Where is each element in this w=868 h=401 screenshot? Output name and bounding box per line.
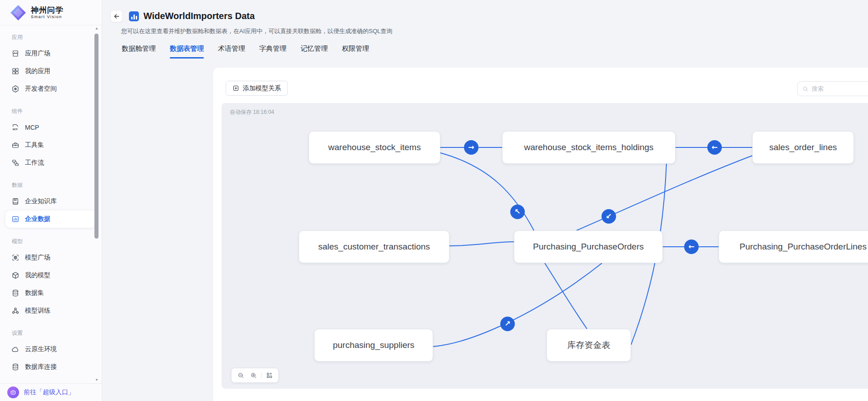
layout-grid-plus-icon <box>266 372 273 379</box>
sidebar-item-label: 工具集 <box>25 141 44 149</box>
plus-square-icon <box>232 85 239 92</box>
cloud-icon <box>11 345 20 353</box>
database-icon <box>11 289 20 297</box>
scan-cube-icon <box>11 254 20 262</box>
zoom-out-button[interactable] <box>234 368 247 382</box>
sidebar-item-scan-cube[interactable]: 模型广场 <box>5 249 96 266</box>
page-header: WideWorldImporters Data 您可以在这里查看并维护数据舱和数… <box>102 0 868 59</box>
sidebar-item-label: 模型训练 <box>25 307 50 315</box>
edge-ppo-kczj[interactable] <box>545 263 587 329</box>
sidebar-item-label: 工作流 <box>25 159 44 167</box>
grid-icon <box>11 67 20 75</box>
sidebar-item-label: 开发者空间 <box>25 85 57 93</box>
tab-1[interactable]: 数据舱管理 <box>122 44 156 59</box>
nav-section-label: 应用 <box>12 34 96 41</box>
search-box[interactable] <box>797 81 868 96</box>
table-node-sol[interactable]: sales_order_lines <box>752 131 854 164</box>
auto-layout-button[interactable] <box>263 368 276 382</box>
table-node-ps[interactable]: purchasing_suppliers <box>314 329 433 362</box>
tab-5[interactable]: 记忆管理 <box>301 44 328 59</box>
tab-3[interactable]: 术语管理 <box>218 44 245 59</box>
sidebar-scrollbar[interactable]: ▲ ▼ <box>94 25 100 383</box>
assistant-robot-icon <box>7 386 19 398</box>
sidebar-item-mcp-file[interactable]: MCPMCP <box>5 119 96 136</box>
search-input[interactable] <box>812 85 868 92</box>
store-icon <box>11 49 20 58</box>
sidebar-item-database[interactable]: 数据集 <box>5 284 96 302</box>
back-button[interactable] <box>110 10 123 22</box>
controls-divider <box>261 372 261 379</box>
sidebar-item-molecule[interactable]: 模型训练 <box>5 302 96 319</box>
sidebar-item-workflow[interactable]: 工作流 <box>5 154 96 171</box>
sidebar-item-label: 企业数据 <box>25 215 50 223</box>
relation-marker-arrow-left[interactable]: ← <box>684 240 699 254</box>
edge-wsi-ppo[interactable] <box>440 153 534 230</box>
svg-text:MCP: MCP <box>13 128 18 131</box>
zoom-out-icon <box>237 372 244 379</box>
relation-marker-arrow-left[interactable]: ← <box>707 140 722 155</box>
add-model-relation-button[interactable]: 添加模型关系 <box>226 81 288 96</box>
nav-section-label: 设置 <box>12 329 96 337</box>
content-card: 添加模型关系 列表画布 自动保存 18:16:04 <box>213 68 868 401</box>
canvas-toolbar: 添加模型关系 列表画布 <box>213 68 868 103</box>
workflow-icon <box>11 159 20 167</box>
sidebar-item-label: 模型广场 <box>25 254 50 262</box>
search-icon <box>802 86 809 92</box>
sidebar-item-label: 企业知识库 <box>25 197 57 205</box>
table-node-ppo[interactable]: Purchasing_PurchaseOrders <box>514 230 663 263</box>
sidebar-item-label: 我的应用 <box>25 67 50 75</box>
nav-section-label: 组件 <box>12 108 96 115</box>
logo-subtitle: Smart Vision <box>31 15 64 19</box>
zoom-in-button[interactable] <box>247 368 260 382</box>
main-content: WideWorldImporters Data 您可以在这里查看并维护数据舱和数… <box>102 0 868 401</box>
bar-chart-icon <box>11 215 20 223</box>
sidebar-item-cloud[interactable]: 云原生环境 <box>5 341 96 358</box>
sidebar-item-store[interactable]: 应用广场 <box>5 45 96 62</box>
sidebar-item-knowledge-book[interactable]: 企业知识库 <box>5 193 96 210</box>
nav-section-label: 数据 <box>12 181 96 189</box>
arrow-left-icon <box>113 13 120 20</box>
relation-marker-arrow-right[interactable]: → <box>464 140 478 155</box>
table-node-kczj[interactable]: 库存资金表 <box>547 329 631 362</box>
relationship-canvas[interactable]: 自动保存 18:16:04 <box>222 103 868 389</box>
table-node-sct[interactable]: sales_customer_transactions <box>299 230 449 263</box>
sidebar-item-label: 数据集 <box>25 289 44 297</box>
scrollbar-thumb[interactable] <box>94 34 99 239</box>
relation-marker-arrow-up-left[interactable]: ↖ <box>510 205 525 219</box>
sidebar-item-cube[interactable]: 我的模型 <box>5 267 96 284</box>
edge-sct-ppo[interactable] <box>449 242 514 246</box>
logo-title: 神州问学 <box>31 6 64 15</box>
database-icon <box>11 363 20 371</box>
table-node-wsih[interactable]: warehouse_stock_items_holdings <box>502 131 676 164</box>
cube-icon <box>11 271 20 279</box>
super-entrance-label: 前往「超级入口」 <box>24 388 74 396</box>
tab-2[interactable]: 数据表管理 <box>170 44 204 59</box>
scroll-up-arrow-icon[interactable]: ▲ <box>94 25 100 32</box>
canvas-controls <box>232 368 278 382</box>
table-node-ppol[interactable]: Purchasing_PurchaseOrderLines <box>719 230 868 263</box>
sidebar-item-label: 云原生环境 <box>25 345 57 353</box>
sidebar-item-briefcase[interactable]: 工具集 <box>5 137 96 154</box>
sidebar-item-label: 我的模型 <box>25 271 50 279</box>
tab-bar: 数据舱管理数据表管理术语管理字典管理记忆管理权限管理 <box>122 44 868 59</box>
sidebar-item-bar-chart[interactable]: 企业数据 <box>5 210 96 228</box>
relation-marker-arrow-down-left[interactable]: ↙ <box>602 209 616 224</box>
sidebar-item-database[interactable]: 数据库连接 <box>5 358 96 376</box>
super-entrance-link[interactable]: 前往「超级入口」 <box>0 383 102 401</box>
page-subtitle: 您可以在这里查看并维护数据舱和数据表，在AI应用中，可以直接关联数据舱，以便生成… <box>121 27 868 35</box>
briefcase-icon <box>11 141 20 149</box>
tab-4[interactable]: 字典管理 <box>259 44 286 59</box>
page-title: WideWorldImporters Data <box>143 11 255 21</box>
sidebar-item-grid[interactable]: 我的应用 <box>5 63 96 80</box>
logo-diamond-icon <box>10 5 26 21</box>
scroll-down-arrow-icon[interactable]: ▼ <box>94 377 100 383</box>
table-node-wsi[interactable]: warehouse_stock_items <box>309 131 440 164</box>
sidebar-item-hexagon[interactable]: 开发者空间 <box>5 80 96 98</box>
tab-6[interactable]: 权限管理 <box>342 44 369 59</box>
relation-marker-arrow-up-right[interactable]: ↗ <box>500 317 515 331</box>
knowledge-book-icon <box>11 197 20 205</box>
sidebar: 神州问学 Smart Vision 应用应用广场我的应用开发者空间组件MCPMC… <box>0 0 102 401</box>
sidebar-item-label: 数据库连接 <box>25 363 57 371</box>
sidebar-item-label: 应用广场 <box>25 49 50 58</box>
autosave-status: 自动保存 18:16:04 <box>230 108 274 116</box>
